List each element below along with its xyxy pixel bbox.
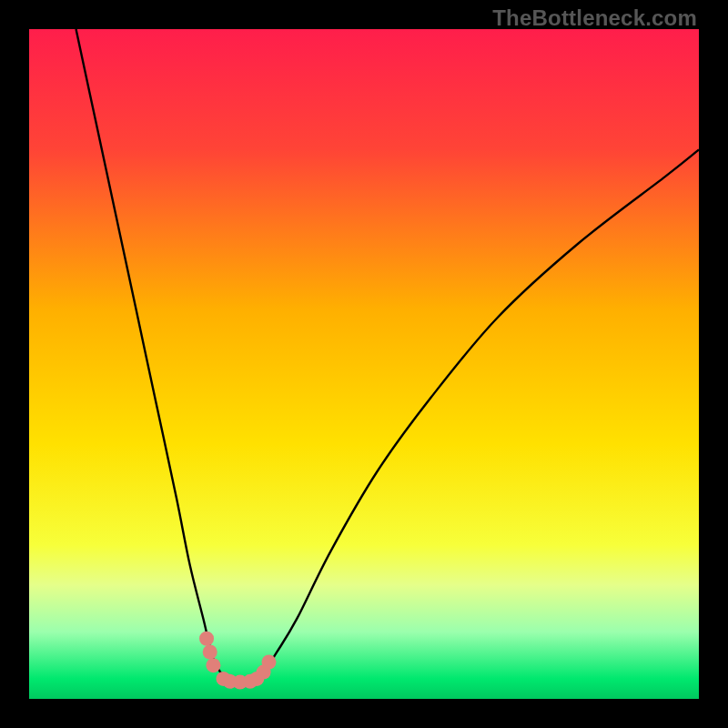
curve-layer (29, 29, 699, 699)
highlight-markers (199, 632, 276, 690)
highlight-dot (206, 658, 220, 672)
highlight-dot (199, 632, 214, 646)
highlight-dot (203, 644, 217, 659)
chart-frame: TheBottleneck.com (0, 0, 728, 728)
plot-area (29, 29, 699, 699)
watermark-text: TheBottleneck.com (492, 5, 697, 31)
highlight-dot (261, 655, 276, 670)
bottleneck-curve (76, 29, 699, 683)
